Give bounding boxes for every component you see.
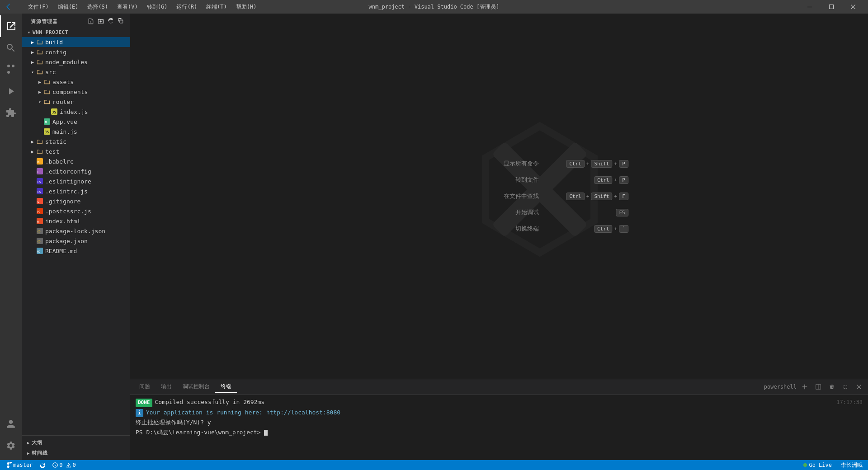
tab-output[interactable]: 输出 <box>156 381 177 393</box>
menu-edit[interactable]: 编辑(E) <box>54 2 82 12</box>
sync-icon <box>40 462 45 468</box>
panel-controls: powershell <box>764 383 864 390</box>
shortcut-label: 显示所有命令 <box>485 160 539 168</box>
new-file-button[interactable] <box>87 17 95 25</box>
plus: + <box>614 193 618 199</box>
menu-run[interactable]: 运行(R) <box>173 2 201 12</box>
shortcut-row-find: 在文件中查找 Ctrl + Shift + F <box>485 192 628 200</box>
activity-explorer[interactable] <box>0 15 22 37</box>
tree-item-editorconfig[interactable]: ▶ E .editorconfig <box>22 166 130 176</box>
tab-terminal[interactable]: 终端 <box>215 381 237 393</box>
kbd: Ctrl <box>566 193 585 200</box>
timeline-section[interactable]: ▶ 时间线 <box>22 448 130 458</box>
new-folder-button[interactable] <box>97 17 105 25</box>
tree-item-index-html[interactable]: ▶ H index.html <box>22 216 130 226</box>
status-errors[interactable]: ✕ 0 0 <box>51 460 77 470</box>
file-tree: ▶ build ▶ config ▶ node_modules <box>22 37 130 435</box>
tab-problems[interactable]: 问题 <box>134 381 156 393</box>
tree-item-test[interactable]: ▶ test <box>22 146 130 156</box>
tree-item-app-vue[interactable]: ▶ V App.vue <box>22 117 130 127</box>
panel-close-button[interactable] <box>854 383 864 390</box>
activity-run[interactable] <box>0 80 22 102</box>
kbd: F <box>619 193 628 200</box>
title-bar-menu: 文件(F) 编辑(E) 选择(S) 查看(V) 转到(G) 运行(R) 终端(T… <box>24 2 260 12</box>
terminal-content: DONE Compiled successfully in 2692ms 17:… <box>130 395 868 460</box>
plus: + <box>614 161 618 167</box>
tree-item-gitignore[interactable]: ▶ G .gitignore <box>22 196 130 206</box>
tree-item-router[interactable]: ▾ router <box>22 97 130 107</box>
folder-icon <box>36 48 43 56</box>
folder-arrow: ▶ <box>29 48 36 56</box>
activity-source-control[interactable] <box>0 59 22 80</box>
refresh-button[interactable] <box>107 17 115 25</box>
tree-item-babelrc[interactable]: ▶ B .babelrc <box>22 156 130 166</box>
kbd: Ctrl <box>594 176 613 184</box>
terminal-line-info: i Your application is running here: http… <box>136 408 863 418</box>
tree-item-build[interactable]: ▶ build <box>22 37 130 47</box>
panel-add-button[interactable] <box>799 383 810 390</box>
js-icon: JS <box>43 128 51 135</box>
activity-account[interactable] <box>0 413 22 435</box>
postcss-icon: PC <box>36 207 43 215</box>
tree-item-eslintignore[interactable]: ▶ ES .eslintignore <box>22 176 130 186</box>
item-label: test <box>45 148 59 155</box>
info-badge: i <box>136 409 143 418</box>
tab-debug-console[interactable]: 调试控制台 <box>177 381 215 393</box>
tree-item-node-modules[interactable]: ▶ node_modules <box>22 57 130 67</box>
tree-item-static[interactable]: ▶ static <box>22 136 130 146</box>
menu-select[interactable]: 选择(S) <box>84 2 112 12</box>
status-golive[interactable]: Go Live <box>801 460 834 470</box>
item-label: .gitignore <box>45 198 80 205</box>
svg-text:B: B <box>38 160 39 164</box>
collapse-all-button[interactable] <box>117 17 125 25</box>
tree-item-config[interactable]: ▶ config <box>22 47 130 57</box>
outline-section[interactable]: ▶ 大纲 <box>22 437 130 448</box>
maximize-button[interactable] <box>821 0 842 14</box>
folder-icon <box>43 88 51 95</box>
folder-icon <box>36 58 43 66</box>
warning-count: 0 <box>73 462 76 468</box>
tree-item-eslintrc[interactable]: ▶ ES .eslintrc.js <box>22 186 130 196</box>
tree-item-components[interactable]: ▶ components <box>22 87 130 97</box>
folder-arrow: ▶ <box>29 38 36 46</box>
menu-terminal[interactable]: 终端(T) <box>203 2 231 12</box>
project-name: WNM_PROJECT <box>33 29 68 35</box>
minimize-button[interactable] <box>799 0 820 14</box>
tree-item-readme[interactable]: ▶ MD README.md <box>22 246 130 256</box>
menu-view[interactable]: 查看(V) <box>113 2 142 12</box>
tree-item-assets[interactable]: ▶ assets <box>22 77 130 87</box>
close-button[interactable] <box>843 0 863 14</box>
menu-help[interactable]: 帮助(H) <box>232 2 260 12</box>
status-sync[interactable] <box>38 460 47 470</box>
tree-item-router-index-js[interactable]: ▶ JS index.js <box>22 107 130 117</box>
tree-item-package-lock[interactable]: ▶ {} package-lock.json <box>22 226 130 236</box>
tree-item-src[interactable]: ▾ src <box>22 67 130 77</box>
main-layout: 资源管理器 ▾ WNM_PROJECT <box>0 14 868 460</box>
status-user[interactable]: 李长洲哦 <box>839 460 864 470</box>
status-branch[interactable]: master <box>4 460 34 470</box>
plus: + <box>586 193 590 199</box>
tree-item-postcssrc[interactable]: ▶ PC .postcssrc.js <box>22 206 130 216</box>
project-root[interactable]: ▾ WNM_PROJECT <box>22 27 130 37</box>
activity-settings[interactable] <box>0 435 22 456</box>
editor-area: 显示所有命令 Ctrl + Shift + P 转到文件 Ctrl + P <box>130 14 868 379</box>
activity-extensions[interactable] <box>0 102 22 124</box>
terminal-prompt: PS D:\码云\learning-vue\wnm_project> <box>136 429 264 436</box>
panel-split-button[interactable] <box>813 383 824 390</box>
activity-bar-bottom <box>0 413 22 460</box>
activity-search[interactable] <box>0 37 22 59</box>
menu-goto[interactable]: 转到(G) <box>143 2 171 12</box>
tree-item-main-js[interactable]: ▶ JS main.js <box>22 127 130 136</box>
item-label: .eslintignore <box>45 178 91 185</box>
plus: + <box>614 226 618 232</box>
svg-text:ES: ES <box>38 180 41 183</box>
sidebar-bottom: ▶ 大纲 ▶ 时间线 <box>22 435 130 460</box>
panel-trash-button[interactable] <box>826 383 837 390</box>
menu-file[interactable]: 文件(F) <box>24 2 52 12</box>
item-label: .editorconfig <box>45 168 91 175</box>
error-count: 0 <box>59 462 62 468</box>
shortcut-keys: Ctrl + Shift + F <box>566 193 628 200</box>
tree-item-package-json[interactable]: ▶ {} package.json <box>22 236 130 246</box>
panel-maximize-button[interactable] <box>840 383 851 390</box>
done-badge: DONE <box>136 399 152 407</box>
